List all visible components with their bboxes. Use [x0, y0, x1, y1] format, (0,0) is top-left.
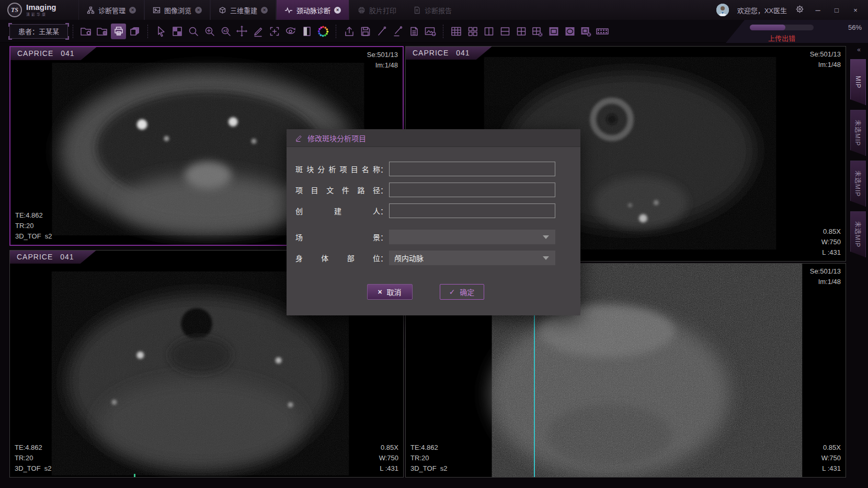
app-title: Imaging: [26, 3, 56, 12]
shape-rect-remove-icon: [580, 26, 592, 37]
zoom-2x-button[interactable]: x2: [218, 24, 233, 39]
close-icon[interactable]: ×: [261, 7, 268, 14]
dialog-title: 修改斑块分析项目: [307, 133, 366, 143]
chevron-down-icon: [543, 235, 549, 239]
save-button[interactable]: [358, 24, 373, 39]
chevron-down-icon: [543, 256, 549, 260]
annotation-frame-button[interactable]: [267, 24, 282, 39]
maximize-button[interactable]: □: [831, 6, 842, 14]
volume-3d-button[interactable]: [127, 24, 142, 39]
shape-rect-remove-button[interactable]: [578, 24, 593, 39]
series-info-overlay: Se:501/13Im:1/48: [367, 50, 398, 71]
close-button[interactable]: ×: [850, 6, 861, 14]
layout-grid-button[interactable]: [449, 24, 464, 39]
contrast-icon: [302, 26, 312, 37]
project-name-input[interactable]: [389, 162, 555, 176]
window-level-overlay: 0.85XW:750L :431: [821, 226, 841, 258]
tab-diagnosis-management[interactable]: 诊断管理 ×: [78, 0, 144, 20]
layout-close-button[interactable]: [530, 24, 545, 39]
cube-icon: [219, 6, 226, 14]
reference-tick: [134, 474, 135, 477]
mip-tab-strip: « MIP 未选MIP 未选MIP 未选MIP: [850, 46, 866, 257]
probe-baseline-button[interactable]: [390, 24, 405, 39]
side-tab-unselected-mip-3[interactable]: 未选MIP: [850, 211, 866, 257]
tab-image-browse[interactable]: 图像浏览 ×: [144, 0, 210, 20]
checkerboard-icon: [172, 26, 183, 37]
scene-select[interactable]: [389, 230, 555, 244]
upload-progress-fill: [750, 25, 785, 30]
close-icon[interactable]: ×: [129, 7, 136, 14]
measure-tool-button[interactable]: [250, 24, 266, 39]
add-study-button[interactable]: [95, 24, 110, 39]
layout-tiles-icon: [467, 26, 478, 37]
needle-icon: [376, 26, 387, 37]
contrast-button[interactable]: [299, 24, 314, 39]
cursor-tool-button[interactable]: [153, 24, 168, 39]
open-study-button[interactable]: [78, 24, 94, 39]
collapse-chevron-icon[interactable]: «: [850, 46, 866, 54]
minimize-button[interactable]: ─: [813, 6, 823, 14]
side-tab-mip[interactable]: MIP: [850, 59, 866, 105]
layout-quad-button[interactable]: [513, 24, 529, 39]
zoom-in-button[interactable]: [202, 24, 217, 39]
new-report-button[interactable]: [406, 24, 421, 39]
toolbar: 患者：王某某 x2 56% 上传出错: [0, 20, 868, 43]
side-tab-unselected-mip-2[interactable]: 未选MIP: [850, 161, 866, 207]
report-icon: [413, 6, 421, 14]
cancel-button[interactable]: × 取消: [367, 284, 413, 300]
cursor-icon: [155, 26, 167, 37]
rotate-3d-button[interactable]: [283, 24, 298, 39]
upload-image-button[interactable]: [422, 24, 438, 39]
folder-add-icon: [96, 26, 109, 37]
image-icon: [153, 6, 161, 14]
field-row: 身体部位 ： 颅内动脉: [295, 251, 555, 265]
tab-3d-reconstruction[interactable]: 三维重建 ×: [210, 0, 276, 20]
color-wheel-icon: [317, 25, 329, 38]
patient-name-box[interactable]: 患者：王某某: [9, 24, 68, 39]
shape-rect-button[interactable]: [546, 24, 561, 39]
measure-pencil-icon: [253, 26, 264, 37]
layout-vsplit-button[interactable]: [481, 24, 496, 39]
settings-button[interactable]: [795, 5, 804, 16]
print-button[interactable]: [111, 24, 126, 39]
side-tab-unselected-mip-1[interactable]: 未选MIP: [850, 110, 866, 156]
app-subtitle: 清影华康: [26, 13, 56, 17]
export-button[interactable]: [341, 24, 357, 39]
confirm-button[interactable]: ✓ 确定: [440, 284, 484, 300]
pan-tool-button[interactable]: [234, 24, 249, 39]
app-logo: TS Imaging 清影华康: [0, 0, 78, 20]
sitemap-icon: [87, 6, 95, 14]
upload-progress-bar: [750, 25, 814, 30]
report-add-icon: [408, 26, 420, 37]
filmstrip-icon: [596, 26, 609, 37]
filmstrip-button[interactable]: [595, 24, 610, 39]
check-icon: ✓: [449, 288, 455, 296]
layout-tiles-button[interactable]: [465, 24, 480, 39]
logo-monogram-icon: TS: [7, 3, 22, 17]
layout-close-icon: [531, 26, 543, 37]
series-info-overlay: Se:501/13Im:1/48: [810, 266, 841, 287]
edit-pencil-icon: [295, 134, 303, 142]
dialog-body: 斑块分析项目名称 ： 项目文件路径 ： 创建人 ： 场景 ： 身体部位 ：: [287, 147, 580, 315]
creator-input[interactable]: [389, 203, 555, 218]
magnify-tool-button[interactable]: [186, 24, 201, 39]
shape-rect-icon: [548, 26, 559, 37]
project-path-input[interactable]: [389, 183, 555, 197]
layout-grid-3x3-icon: [450, 26, 462, 37]
close-icon[interactable]: ×: [195, 7, 202, 14]
image-upload-icon: [424, 26, 437, 37]
tab-diagnosis-report: 诊断报告: [405, 0, 460, 20]
window-preset-button[interactable]: [169, 24, 185, 39]
pseudo-color-button[interactable]: [315, 24, 330, 39]
shape-ellipse-button[interactable]: [562, 24, 577, 39]
probe-tool-button[interactable]: [374, 24, 389, 39]
close-icon[interactable]: ×: [334, 7, 341, 14]
layout-hsplit-button[interactable]: [497, 24, 512, 39]
waveform-icon: [284, 6, 293, 14]
acquisition-info-overlay: TE:4.862TR:203D_TOF s2: [15, 210, 52, 242]
field-row: 项目文件路径 ：: [295, 183, 555, 197]
tab-carotid-diagnosis[interactable]: 颈动脉诊断 ×: [276, 0, 349, 20]
body-part-select[interactable]: 颅内动脉: [389, 251, 555, 265]
layout-quad-icon: [516, 26, 527, 37]
save-icon: [360, 26, 371, 37]
